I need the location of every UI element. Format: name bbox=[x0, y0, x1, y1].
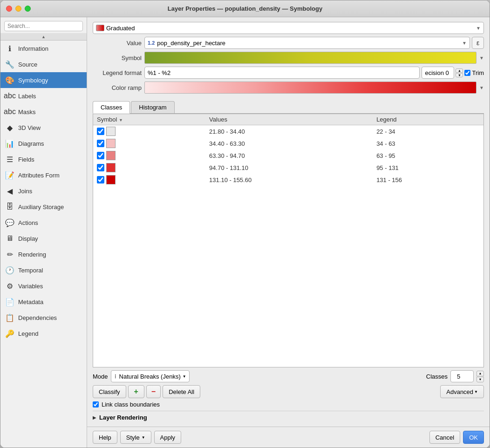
classes-spin-up[interactable]: ▲ bbox=[476, 371, 484, 376]
tab-classes[interactable]: Classes bbox=[93, 101, 130, 114]
sidebar-item-rendering[interactable]: ✏Rendering bbox=[0, 246, 87, 262]
cancel-button[interactable]: Cancel bbox=[429, 431, 460, 444]
tab-histogram[interactable]: Histogram bbox=[131, 101, 174, 113]
precision-control: ▲ ▼ Trim bbox=[422, 67, 484, 79]
diagrams-icon: 📊 bbox=[5, 139, 14, 148]
sidebar-item-label-rendering: Rendering bbox=[18, 251, 46, 258]
action-row: Classify + − Delete All Advanced ▼ bbox=[93, 385, 484, 398]
sidebar-item-dependencies[interactable]: 📋Dependencies bbox=[0, 310, 87, 326]
table-row[interactable]: 94.70 - 131.1095 - 131 bbox=[93, 162, 483, 174]
epsilon-button[interactable]: ε bbox=[472, 37, 484, 49]
sidebar-item-source[interactable]: 🔧Source bbox=[0, 56, 87, 72]
sidebar-item-auxiliary-storage[interactable]: 🗄Auxiliary Storage bbox=[0, 199, 87, 215]
row-symbol-1 bbox=[93, 137, 205, 149]
trim-check-input[interactable] bbox=[464, 70, 470, 76]
row-checkbox-4[interactable] bbox=[97, 176, 104, 183]
table-row[interactable]: 63.30 - 94.7063 - 95 bbox=[93, 149, 483, 162]
window-title: Layer Properties — population_density — … bbox=[168, 5, 322, 12]
renderer-select[interactable]: Graduated ▼ bbox=[93, 22, 484, 34]
trim-checkbox[interactable]: Trim bbox=[464, 69, 484, 76]
classify-button[interactable]: Classify bbox=[93, 385, 126, 398]
sidebar-item-metadata[interactable]: 📄Metadata bbox=[0, 294, 87, 310]
precision-up-btn[interactable]: ▲ bbox=[456, 68, 463, 73]
row-checkbox-2[interactable] bbox=[97, 152, 104, 159]
main-window: Layer Properties — population_density — … bbox=[0, 0, 490, 448]
metadata-icon: 📄 bbox=[5, 297, 14, 306]
fields-icon: ☰ bbox=[5, 155, 14, 164]
search-input[interactable] bbox=[4, 21, 83, 31]
symbol-bar[interactable] bbox=[144, 52, 476, 64]
mode-select[interactable]: ⫶ Natural Breaks (Jenks) ▼ bbox=[111, 370, 190, 382]
sidebar-item-diagrams[interactable]: 📊Diagrams bbox=[0, 136, 87, 151]
legend-format-input[interactable] bbox=[144, 67, 420, 79]
sidebar-item-actions[interactable]: 💬Actions bbox=[0, 215, 87, 231]
row-checkbox-3[interactable] bbox=[97, 164, 104, 171]
help-button[interactable]: Help bbox=[93, 431, 117, 444]
advanced-button[interactable]: Advanced ▼ bbox=[440, 385, 484, 398]
sidebar-item-label-labels: Labels bbox=[18, 93, 36, 100]
sidebar-item-label-variables: Variables bbox=[18, 283, 43, 290]
close-button[interactable] bbox=[6, 6, 12, 12]
row-swatch-3[interactable] bbox=[106, 163, 116, 172]
tabs: Classes Histogram bbox=[93, 101, 484, 114]
sidebar-item-labels[interactable]: abcLabels bbox=[0, 88, 87, 104]
table-row[interactable]: 21.80 - 34.4022 - 34 bbox=[93, 125, 483, 138]
table-row[interactable]: 34.40 - 63.3034 - 63 bbox=[93, 137, 483, 149]
table-row[interactable]: 131.10 - 155.60131 - 156 bbox=[93, 174, 483, 186]
sidebar-item-symbology[interactable]: 🎨Symbology bbox=[0, 72, 87, 88]
link-class-checkbox[interactable] bbox=[93, 401, 99, 407]
sidebar-item-label-actions: Actions bbox=[18, 219, 38, 226]
row-swatch-1[interactable] bbox=[106, 139, 116, 148]
sidebar-item-label-display: Display bbox=[18, 235, 38, 242]
sidebar-item-3dview[interactable]: ◆3D View bbox=[0, 120, 87, 136]
row-swatch-4[interactable] bbox=[106, 175, 116, 184]
precision-input[interactable] bbox=[422, 67, 454, 79]
delete-all-button[interactable]: Delete All bbox=[163, 385, 200, 398]
classes-area: Symbol ▼ Values Legend 21.80 - 34.4022 -… bbox=[93, 114, 484, 367]
sidebar-item-legend[interactable]: 🔑Legend bbox=[0, 326, 87, 341]
row-swatch-0[interactable] bbox=[106, 127, 116, 136]
color-ramp-bar[interactable] bbox=[144, 81, 476, 94]
sidebar-item-variables[interactable]: ⚙Variables bbox=[0, 278, 87, 294]
tabs-area: Classes Histogram bbox=[87, 101, 490, 114]
sidebar-item-display[interactable]: 🖥Display bbox=[0, 231, 87, 246]
remove-class-button[interactable]: − bbox=[146, 385, 161, 398]
precision-down-btn[interactable]: ▼ bbox=[456, 73, 463, 77]
sidebar-item-information[interactable]: ℹInformation bbox=[0, 41, 87, 56]
classes-spin-down[interactable]: ▼ bbox=[476, 377, 484, 382]
attributes-form-icon: 📝 bbox=[5, 170, 14, 180]
color-ramp-row: Color ramp ▼ bbox=[93, 81, 484, 94]
mode-left: Mode ⫶ Natural Breaks (Jenks) ▼ bbox=[93, 370, 190, 382]
link-class-row: Link class boundaries bbox=[93, 401, 484, 408]
row-checkbox-1[interactable] bbox=[97, 140, 104, 147]
advanced-area: Advanced ▼ bbox=[440, 385, 484, 398]
row-legend-0: 22 - 34 bbox=[373, 125, 483, 138]
classes-count-input[interactable] bbox=[450, 370, 474, 382]
minimize-button[interactable] bbox=[15, 6, 21, 12]
legend-icon: 🔑 bbox=[5, 329, 14, 338]
advanced-dropdown-arrow: ▼ bbox=[474, 390, 478, 394]
row-swatch-2[interactable] bbox=[106, 151, 116, 160]
sidebar-item-joins[interactable]: ◀Joins bbox=[0, 183, 87, 199]
main-content: ▲ ℹInformation🔧Source🎨SymbologyabcLabels… bbox=[0, 17, 490, 448]
row-symbol-0 bbox=[93, 125, 205, 138]
th-symbol: Symbol ▼ bbox=[93, 114, 205, 125]
sidebar-item-masks[interactable]: abcMasks bbox=[0, 104, 87, 120]
ok-button[interactable]: OK bbox=[463, 431, 484, 444]
row-checkbox-0[interactable] bbox=[97, 128, 104, 135]
apply-button[interactable]: Apply bbox=[154, 431, 182, 444]
sidebar-search-area bbox=[0, 17, 87, 33]
row-legend-4: 131 - 156 bbox=[373, 174, 483, 186]
sidebar-item-attributes-form[interactable]: 📝Attributes Form bbox=[0, 167, 87, 183]
maximize-button[interactable] bbox=[25, 6, 31, 12]
sidebar-item-fields[interactable]: ☰Fields bbox=[0, 151, 87, 167]
layer-rendering-row[interactable]: ▶ Layer Rendering bbox=[93, 411, 484, 424]
sidebar-item-label-metadata: Metadata bbox=[18, 299, 43, 305]
value-select[interactable]: 1.2 pop_density_per_hectare ▼ bbox=[144, 37, 470, 49]
link-class-label: Link class boundaries bbox=[102, 401, 160, 408]
sidebar-item-temporal[interactable]: 🕐Temporal bbox=[0, 262, 87, 278]
sidebar-scroll-up[interactable]: ▲ bbox=[0, 33, 87, 41]
add-class-button[interactable]: + bbox=[128, 385, 144, 398]
style-button[interactable]: Style ▼ bbox=[120, 431, 151, 444]
3dview-icon: ◆ bbox=[5, 123, 14, 132]
